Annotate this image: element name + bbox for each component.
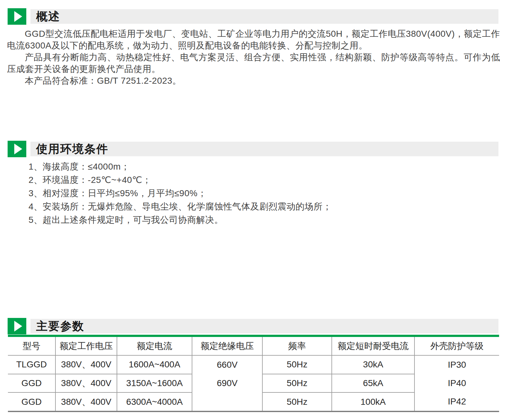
env-list-item: 1、海拔高度：≤4000m； <box>29 160 494 173</box>
cell-protection-rating-merged: IP30 IP40 IP42 <box>414 355 499 411</box>
cell-model: TLGGD <box>8 355 55 374</box>
environment-conditions-list: 1、海拔高度：≤4000m； 2、环境温度：-25℃~+40℃； 3、相对湿度：… <box>29 160 494 227</box>
cell-current: 1600A~400A <box>117 355 192 374</box>
play-triangle-icon <box>14 11 22 22</box>
cell-withstand: 30kA <box>332 355 414 374</box>
cell-current: 6300A~4000A <box>117 392 192 411</box>
protection-value: IP42 <box>415 392 499 411</box>
section-marker-icon <box>8 8 26 25</box>
col-header-model: 型号 <box>8 336 55 356</box>
overview-paragraph: GGD型交流低压配电柜适用于发电厂、变电站、工矿企业等电力用户的交流50H，额定… <box>7 28 500 51</box>
parameters-table: 型号 额定工作电压 额定电流 额定绝缘电压 频率 额定短时耐受电流 外壳防护等级… <box>8 335 499 412</box>
cell-frequency: 50Hz <box>262 355 332 374</box>
section-title-bar: 使用环境条件 <box>30 142 498 156</box>
table-row: TLGGD 380V、400V 1600A~400A 660V 690V 50H… <box>8 355 499 374</box>
cell-withstand: 100kA <box>332 392 414 411</box>
protection-values-stack: IP30 IP40 IP42 <box>415 356 499 411</box>
cell-withstand: 65kA <box>332 374 414 393</box>
insulation-value-empty <box>192 392 262 411</box>
cell-current: 3150A~1600A <box>117 374 192 393</box>
overview-text-block: GGD型交流低压配电柜适用于发电厂、变电站、工矿企业等电力用户的交流50H，额定… <box>7 28 500 87</box>
cell-model: GGD <box>8 392 55 411</box>
insulation-value: 690V <box>192 374 262 392</box>
section-header-parameters: 主要参数 <box>8 318 498 334</box>
col-header-insulation-voltage: 额定绝缘电压 <box>192 336 262 356</box>
insulation-value: 660V <box>192 356 262 374</box>
section-marker-icon <box>8 141 26 157</box>
section-title-overview: 概述 <box>36 9 60 24</box>
insulation-values-stack: 660V 690V <box>192 356 262 411</box>
section-title-environment: 使用环境条件 <box>36 141 108 157</box>
overview-paragraph: 产品具有分断能力高、动热稳定性好、电气方案灵活、组合方便、实用性强，结构新颖、防… <box>7 51 500 75</box>
section-header-overview: 概述 <box>8 8 498 25</box>
play-triangle-icon <box>14 144 22 154</box>
cell-voltage: 380V、400V <box>55 355 117 374</box>
col-header-rated-current: 额定电流 <box>117 336 192 356</box>
cell-frequency: 50Hz <box>262 374 332 393</box>
env-list-item: 2、环境温度：-25℃~+40℃； <box>29 173 494 187</box>
cell-model: GGD <box>8 374 55 393</box>
catalog-page: 概述 GGD型交流低压配电柜适用于发电厂、变电站、工矿企业等电力用户的交流50H… <box>0 0 507 420</box>
col-header-withstand-current: 额定短时耐受电流 <box>332 336 414 356</box>
col-header-protection-rating: 外壳防护等级 <box>414 336 499 356</box>
play-triangle-icon <box>14 321 22 332</box>
section-title-bar: 主要参数 <box>30 319 498 333</box>
cell-frequency: 50Hz <box>262 392 332 411</box>
cell-voltage: 380V、400V <box>55 392 117 411</box>
section-marker-icon <box>8 318 26 334</box>
cell-voltage: 380V、400V <box>55 374 117 393</box>
protection-value: IP40 <box>415 374 499 392</box>
col-header-frequency: 频率 <box>262 336 332 356</box>
section-title-parameters: 主要参数 <box>36 319 84 334</box>
env-list-item: 4、安装场所：无爆炸危险、导电尘埃、化学腐蚀性气体及剧烈震动的场所； <box>29 200 494 213</box>
overview-paragraph: 本产品符合标准：GB/T 7251.2-2023。 <box>7 75 500 87</box>
section-header-environment: 使用环境条件 <box>8 141 498 157</box>
cell-insulation-voltage-merged: 660V 690V <box>192 355 262 411</box>
env-list-item: 5、超出上述条件规定时，可与我公司协商解决。 <box>29 213 494 227</box>
protection-value: IP30 <box>415 356 499 374</box>
col-header-rated-voltage: 额定工作电压 <box>55 336 117 356</box>
env-list-item: 3、相对湿度：日平均≤95%，月平均≤90%； <box>29 187 494 200</box>
section-title-bar: 概述 <box>30 9 498 24</box>
table-header-row: 型号 额定工作电压 额定电流 额定绝缘电压 频率 额定短时耐受电流 外壳防护等级 <box>8 336 499 356</box>
